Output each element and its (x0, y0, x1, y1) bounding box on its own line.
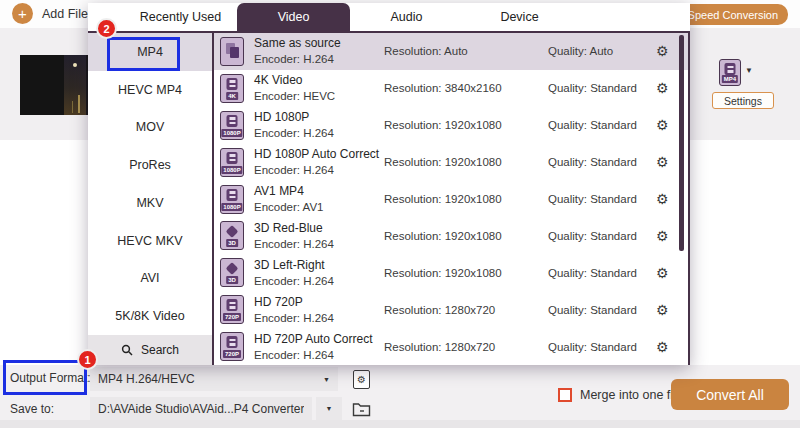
video-720p-icon: 720P (220, 295, 244, 324)
format-row-hd-1080p-auto-correct[interactable]: 1080P HD 1080P Auto CorrectEncoder: H.26… (214, 144, 688, 181)
search-button[interactable]: Search (88, 335, 212, 365)
format-sidebar: MP4 HEVC MP4 MOV ProRes MKV HEVC MKV AVI… (88, 33, 214, 365)
merge-label: Merge into one file (580, 388, 683, 402)
search-icon (121, 344, 133, 356)
convert-all-button[interactable]: Convert All (671, 379, 789, 410)
tab-audio[interactable]: Audio (350, 3, 463, 31)
output-format-select[interactable]: MP4 H.264/HEVC ▼ (90, 367, 338, 391)
mp4-format-icon: MP4 (719, 59, 741, 86)
format-tabs: Recently Used Video Audio Device (88, 3, 690, 31)
sidebar-item-prores[interactable]: ProRes (88, 146, 212, 184)
annotation-step-2-badge: 2 (96, 18, 117, 39)
light-streak (78, 95, 80, 113)
format-row-hd-720p[interactable]: 720P HD 720PEncoder: H.264 Resolution: 1… (214, 291, 688, 328)
save-path-dropdown-button[interactable]: ▼ (316, 397, 342, 420)
sidebar-item-hevc-mp4[interactable]: HEVC MP4 (88, 71, 212, 109)
format-row-av1-mp4[interactable]: 1080P AV1 MP4Encoder: AV1 Resolution: 19… (214, 181, 688, 218)
format-row-hd-720p-auto-correct[interactable]: 720P HD 720P Auto CorrectEncoder: H.264 … (214, 328, 688, 365)
cube-3d-icon: 3D (220, 258, 244, 287)
annotation-box-output-format (3, 360, 87, 395)
light-streak (72, 101, 73, 113)
app-window: + Add Files High Speed Conversion MP4 ▼ … (0, 0, 800, 428)
sidebar-item-5k8k[interactable]: 5K/8K Video (88, 297, 212, 335)
add-files-button[interactable]: + Add Files (12, 3, 94, 24)
merge-checkbox[interactable] (558, 388, 572, 402)
format-row-4k-video[interactable]: 4K 4K VideoEncoder: HEVC Resolution: 384… (214, 70, 688, 107)
chevron-down-icon[interactable]: ▼ (745, 66, 753, 75)
row-settings-gear-icon[interactable]: ⚙ (656, 340, 688, 354)
video-720p-icon: 720P (220, 332, 244, 361)
chevron-down-icon: ▼ (323, 376, 330, 383)
video-1080p-icon: 1080P (220, 111, 244, 140)
film-reel-icon (725, 63, 736, 75)
tab-video[interactable]: Video (237, 3, 350, 31)
video-1080p-icon: 1080P (220, 185, 244, 214)
save-to-label: Save to: (10, 402, 54, 416)
list-scrollbar[interactable] (679, 35, 684, 251)
row-settings-gear-icon[interactable]: ⚙ (656, 266, 688, 280)
sidebar-item-mkv[interactable]: MKV (88, 184, 212, 222)
add-files-label: Add Files (42, 7, 94, 21)
format-row-3d-left-right[interactable]: 3D 3D Left-RightEncoder: H.264 Resolutio… (214, 254, 688, 291)
profile-settings-button[interactable]: ⚙ (350, 368, 373, 391)
video-4k-icon: 4K (220, 74, 244, 103)
settings-tooltip: Settings (712, 92, 774, 109)
moon-detail (73, 63, 77, 67)
cube-3d-icon: 3D (220, 221, 244, 250)
bottom-strip (0, 420, 800, 428)
tab-device[interactable]: Device (463, 3, 576, 31)
annotation-step-1-badge: 1 (77, 349, 98, 370)
folder-icon (352, 401, 371, 417)
format-row-same-as-source[interactable]: Same as sourceEncoder: H.264 Resolution:… (214, 33, 688, 70)
format-list: Same as sourceEncoder: H.264 Resolution:… (214, 33, 688, 365)
video-1080p-icon: 1080P (220, 148, 244, 177)
save-path-select[interactable]: D:\AVAide Studio\AVAid...P4 Converter\Co… (90, 397, 312, 420)
annotation-box-mp4 (107, 37, 180, 71)
search-label: Search (141, 343, 179, 357)
video-thumbnail[interactable] (20, 55, 88, 115)
plus-icon: + (12, 3, 33, 24)
document-gear-icon: ⚙ (353, 370, 370, 389)
sidebar-item-avi[interactable]: AVI (88, 260, 212, 298)
tab-recently-used[interactable]: Recently Used (124, 3, 237, 31)
sidebar-item-hevc-mkv[interactable]: HEVC MKV (88, 222, 212, 260)
format-row-3d-red-blue[interactable]: 3D 3D Red-BlueEncoder: H.264 Resolution:… (214, 217, 688, 254)
copy-icon (220, 37, 244, 66)
output-format-chip[interactable]: MP4 (719, 59, 741, 86)
sidebar-item-mov[interactable]: MOV (88, 109, 212, 147)
open-folder-button[interactable] (350, 397, 373, 420)
row-settings-gear-icon[interactable]: ⚙ (656, 303, 688, 317)
format-row-hd-1080p[interactable]: 1080P HD 1080PEncoder: H.264 Resolution:… (214, 107, 688, 144)
dropdown-content: MP4 HEVC MP4 MOV ProRes MKV HEVC MKV AVI… (88, 31, 690, 365)
